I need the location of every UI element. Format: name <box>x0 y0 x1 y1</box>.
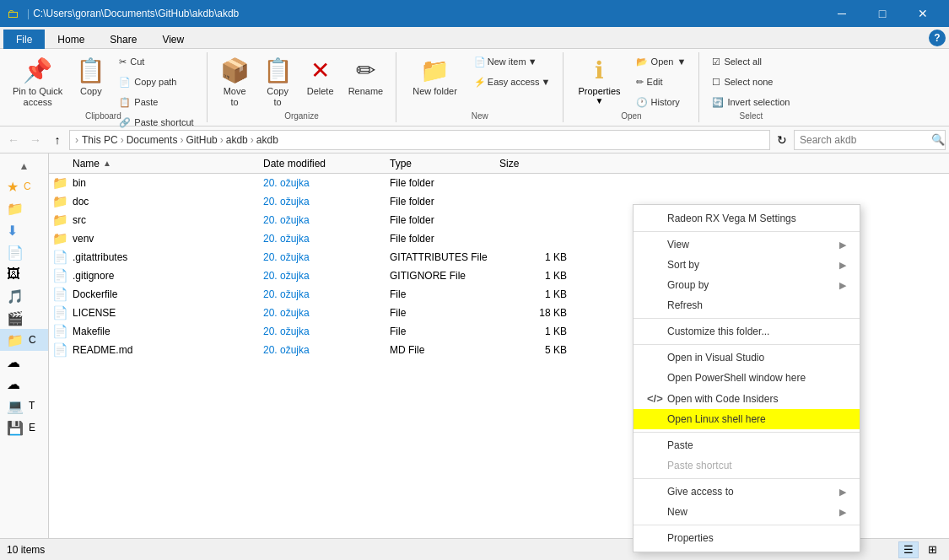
new-item-label: New item <box>488 57 526 67</box>
sidebar-item-drive-label: E <box>29 422 35 433</box>
copy-to-button[interactable]: 📋 Copy to <box>257 52 299 110</box>
ctx-item-label: Sort by <box>667 259 833 271</box>
context-menu-item[interactable]: View▶ <box>634 234 860 255</box>
sidebar-item-docs[interactable]: 📄 <box>0 241 48 263</box>
cloud-icon-1: ☁ <box>7 354 20 370</box>
edit-button[interactable]: ✏ Edit <box>630 73 693 91</box>
ctx-item-label: New <box>667 506 833 518</box>
tab-share[interactable]: Share <box>97 30 149 49</box>
column-modified[interactable]: Date modified <box>263 158 390 170</box>
sidebar-item-selected[interactable]: 📁 C <box>0 329 48 351</box>
column-name[interactable]: Name ▲ <box>52 158 263 170</box>
file-name: doc <box>73 196 263 207</box>
search-icon[interactable]: 🔍 <box>931 133 948 146</box>
minimize-button[interactable]: ─ <box>822 0 861 27</box>
search-input[interactable] <box>795 131 931 149</box>
sort-arrow: ▲ <box>103 159 111 168</box>
details-view-button[interactable]: ☰ <box>898 541 919 558</box>
tab-home[interactable]: Home <box>45 30 97 49</box>
history-icon: 🕐 <box>636 97 648 108</box>
doc-icon: 📄 <box>7 245 24 261</box>
context-menu-item[interactable]: Group by▶ <box>634 275 860 295</box>
file-modified: 20. ožujka <box>263 344 390 356</box>
close-button[interactable]: ✕ <box>903 0 942 27</box>
file-type: File <box>390 288 499 300</box>
column-type[interactable]: Type <box>390 158 499 170</box>
path-segment-akdb1[interactable]: akdb <box>226 134 248 146</box>
sidebar-item-folder1[interactable]: 📁 <box>0 197 48 219</box>
sidebar-item-music[interactable]: 🎵 <box>0 285 48 307</box>
column-size[interactable]: Size <box>499 158 567 170</box>
context-menu-item[interactable]: Radeon RX Vega M Settings <box>634 208 860 229</box>
context-menu-item[interactable]: Open PowerShell window here <box>634 368 860 388</box>
context-menu-item[interactable]: Give access to▶ <box>634 482 860 502</box>
ribbon-tabs: File Home Share View ? <box>0 27 949 49</box>
delete-icon: ✕ <box>310 57 330 84</box>
cut-button[interactable]: ✂ Cut <box>113 52 199 71</box>
file-name: src <box>73 214 263 226</box>
properties-button[interactable]: ℹ Properties ▼ <box>570 52 628 110</box>
copy-path-button[interactable]: 📄 Copy path <box>113 73 199 91</box>
path-segment-akdb2[interactable]: akdb <box>256 134 278 146</box>
ctx-item-label: Group by <box>667 279 833 291</box>
context-menu-item[interactable]: Refresh <box>634 295 860 315</box>
sidebar-item-download[interactable]: ⬇ <box>0 219 48 241</box>
sidebar-item-cloud1[interactable]: ☁ <box>0 351 48 373</box>
open-label: Open <box>651 57 674 67</box>
new-item-button[interactable]: 📄 New item ▼ <box>468 52 557 71</box>
select-buttons: ☑ Select all ☐ Select none 🔄 Invert sele… <box>706 52 795 138</box>
history-button[interactable]: 🕐 History <box>630 93 693 111</box>
select-none-button[interactable]: ☐ Select none <box>706 73 795 91</box>
folder-icon-1: 📁 <box>7 201 24 217</box>
help-button[interactable]: ? <box>929 30 946 46</box>
submenu-arrow: ▶ <box>839 240 846 250</box>
copy-button[interactable]: 📋 Copy <box>70 52 111 110</box>
open-button[interactable]: 📂 Open ▼ <box>630 52 693 71</box>
select-none-label: Select none <box>724 77 773 87</box>
file-name: README.md <box>73 344 263 356</box>
context-menu-item[interactable]: Open Linux shell here <box>634 409 860 429</box>
sidebar-item-thispc[interactable]: 💻 T <box>0 395 48 417</box>
paste-button[interactable]: 📋 Paste <box>113 93 199 111</box>
sidebar-item-cloud2[interactable]: ☁ <box>0 373 48 395</box>
pin-to-quick-access-button[interactable]: 📌 Pin to Quick access <box>7 52 68 110</box>
tab-file[interactable]: File <box>3 30 45 49</box>
status-bar-right: ☰ ⊞ <box>898 541 942 558</box>
sidebar-item-pictures[interactable]: 🖼 <box>0 263 48 285</box>
sidebar-item-videos[interactable]: 🎬 <box>0 307 48 329</box>
table-row[interactable]: 📁 bin 20. ožujka File folder <box>49 174 949 192</box>
star-icon: ★ <box>7 179 19 195</box>
file-modified: 20. ožujka <box>263 251 390 263</box>
invert-label: Invert selection <box>727 97 790 107</box>
new-folder-button[interactable]: 📁 New folder <box>403 52 466 110</box>
rename-label: Rename <box>348 86 384 97</box>
move-to-button[interactable]: 📦 Move to <box>214 52 256 110</box>
file-modified: 20. ožujka <box>263 214 390 226</box>
ctx-item-label: Open in Visual Studio <box>667 352 846 363</box>
sidebar-item-starred[interactable]: ★ C <box>0 175 48 197</box>
context-menu-item[interactable]: </>Open with Code Insiders <box>634 388 860 409</box>
rename-button[interactable]: ✏ Rename <box>342 52 390 110</box>
paste-shortcut-button[interactable]: 🔗 Paste shortcut <box>113 113 199 132</box>
search-box: 🔍 <box>794 130 946 150</box>
context-menu-item[interactable]: Customize this folder... <box>634 321 860 342</box>
delete-button[interactable]: ✕ Delete <box>300 52 341 110</box>
context-menu-item[interactable]: Sort by▶ <box>634 255 860 275</box>
select-all-button[interactable]: ☑ Select all <box>706 52 795 71</box>
easy-access-button[interactable]: ⚡ Easy access ▼ <box>468 73 557 91</box>
tab-view[interactable]: View <box>149 30 197 49</box>
ctx-item-label: Give access to <box>667 486 833 498</box>
maximize-button[interactable]: □ <box>863 0 902 27</box>
large-icon-view-button[interactable]: ⊞ <box>922 541 942 558</box>
context-menu-item[interactable]: Paste <box>634 435 860 455</box>
context-menu-item[interactable]: Open in Visual Studio <box>634 347 860 368</box>
title-bar: 🗀 | C:\Users\goran\Documents\GitHub\akdb… <box>0 0 949 27</box>
context-menu-item[interactable]: Properties <box>634 528 860 548</box>
file-name: .gitattributes <box>73 251 263 263</box>
sidebar-collapse-button[interactable]: ▲ <box>0 157 48 175</box>
context-menu-item[interactable]: New▶ <box>634 502 860 522</box>
sidebar-item-drive[interactable]: 💾 E <box>0 417 48 439</box>
ctx-item-label: View <box>667 239 833 250</box>
submenu-arrow: ▶ <box>839 280 846 291</box>
invert-selection-button[interactable]: 🔄 Invert selection <box>706 93 795 111</box>
